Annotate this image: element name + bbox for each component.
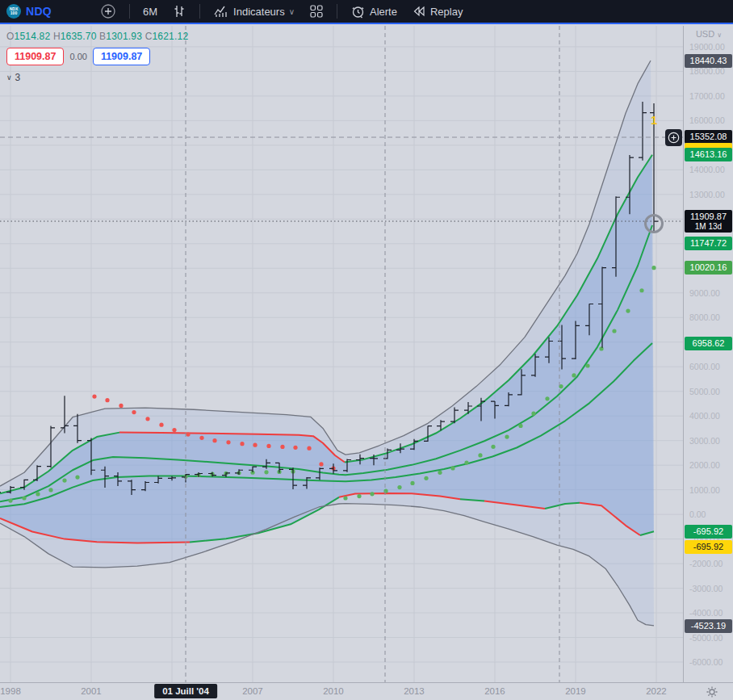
price-axis-tick: 6000.00 — [689, 362, 720, 371]
price-axis-badge: 11909.871M 13d — [685, 210, 732, 233]
price-axis-badge: 18440.43 — [685, 54, 732, 68]
ohlc-bars-icon — [172, 4, 186, 19]
indicator-dot — [92, 395, 96, 399]
open-value: 1514.82 — [15, 31, 51, 42]
indicator-dot — [531, 412, 535, 416]
indicator-dot — [264, 470, 268, 474]
trading-platform-window: NDX100 NDQ 6M Indicateurs ∨ — [0, 0, 733, 700]
price-axis-tick: 18000.00 — [689, 66, 725, 76]
indicator-dot — [105, 398, 109, 402]
indicator-dot — [48, 488, 52, 492]
indicator-dot — [545, 396, 549, 400]
price-axis-tick: 8000.00 — [689, 312, 720, 322]
indicator-dot — [357, 494, 361, 498]
interval-button[interactable]: 6M — [138, 3, 162, 20]
sell-button[interactable]: 11909.87 — [6, 48, 64, 65]
nasdaq100-logo-icon: NDX100 — [6, 4, 21, 19]
time-axis[interactable]: 01 Juill '04 199820012007201020132016201… — [0, 682, 733, 700]
indicator-dot — [293, 446, 297, 450]
price-axis-tick: 3000.00 — [689, 436, 720, 446]
price-axis-tick: 14000.00 — [689, 165, 725, 174]
indicator-dot — [585, 363, 589, 367]
price-axis-badge: -695.92 — [685, 540, 732, 554]
time-axis-label: 2022 — [646, 686, 667, 696]
band-fill — [0, 155, 654, 543]
indicators-icon — [213, 4, 229, 19]
chevron-down-icon: ∨ — [6, 73, 12, 82]
indicator-dot — [410, 481, 414, 485]
replay-button[interactable]: Replay — [407, 2, 467, 20]
position-quantity-label[interactable]: 1 — [651, 113, 657, 127]
price-axis-tick: 5000.00 — [689, 387, 720, 396]
time-axis-label: 2016 — [484, 686, 505, 696]
indicator-dot — [280, 445, 284, 449]
plus-circle-icon — [100, 3, 116, 19]
indicator-dot — [159, 423, 163, 427]
indicator-dot — [119, 404, 123, 408]
indicator-dot — [438, 471, 442, 475]
indicator-dot — [132, 410, 136, 414]
indicator-dot — [8, 498, 12, 502]
chart-plot-area[interactable] — [0, 26, 733, 682]
price-axis-badge: 10020.16 — [685, 261, 732, 275]
compare-add-button[interactable] — [95, 1, 121, 22]
price-axis-tick: 4000.00 — [689, 411, 720, 421]
rewind-icon — [412, 5, 426, 18]
indicator-dot — [226, 440, 230, 444]
indicator-dot — [397, 485, 401, 489]
price-axis-tick: 19000.00 — [689, 42, 725, 52]
indicator-dot — [199, 436, 203, 440]
low-value: 1301.93 — [106, 31, 142, 42]
indicator-dot — [518, 424, 522, 428]
indicator-dot — [240, 442, 244, 446]
gear-icon[interactable] — [706, 685, 718, 698]
add-alert-plus-button[interactable] — [665, 129, 682, 146]
price-axis-tick: -3000.00 — [689, 584, 723, 593]
layout-templates-button[interactable] — [304, 2, 329, 21]
indicator-dot — [186, 432, 190, 436]
indicator-dot — [253, 443, 257, 447]
buy-button[interactable]: 11909.87 — [93, 48, 150, 65]
price-axis-badge: -695.92 — [685, 525, 732, 539]
chevron-down-icon: ∨ — [717, 31, 722, 39]
bar-close-countdown: 1M 13d — [685, 222, 732, 231]
indicator-dot — [464, 461, 468, 465]
toolbar-separator — [337, 4, 337, 19]
indicator-dot — [266, 444, 270, 448]
price-axis-tick: 2000.00 — [689, 460, 720, 470]
price-axis-badge: 15352.08 — [685, 130, 732, 144]
ohlc-values: O1514.82 H1635.70 B1301.93 C1621.12 — [6, 31, 188, 42]
price-axis-tick: 1000.00 — [689, 485, 720, 495]
chart-type-button[interactable] — [167, 2, 191, 21]
alert-button[interactable]: Alerte — [346, 2, 402, 22]
time-axis-label: 2013 — [404, 686, 425, 696]
hidden-indicators-count: 3 — [15, 72, 21, 83]
price-axis-badge: 6958.62 — [685, 337, 732, 350]
high-value: 1635.70 — [61, 31, 97, 42]
indicator-dot — [383, 489, 387, 493]
indicator-dot — [307, 446, 311, 451]
spread-value: 0.00 — [69, 52, 86, 61]
indicator-dot — [75, 475, 79, 479]
trade-buttons-row: 11909.87 0.00 11909.87 — [6, 48, 188, 65]
plus-circle-icon — [667, 131, 681, 145]
top-toolbar: NDX100 NDQ 6M Indicateurs ∨ — [0, 0, 733, 24]
price-axis-tick: 0.00 — [689, 509, 706, 519]
price-axis[interactable]: USD ∨ 19000.0018000.0017000.0016000.0015… — [683, 26, 733, 682]
indicator-dot — [478, 453, 482, 457]
chart-legend: O1514.82 H1635.70 B1301.93 C1621.12 1190… — [6, 31, 188, 83]
price-axis-tick: -2000.00 — [689, 559, 723, 568]
close-value: 1621.12 — [153, 31, 189, 42]
indicator-dot — [424, 476, 428, 480]
indicators-button[interactable]: Indicateurs ∨ — [208, 2, 299, 21]
indicator-dot — [22, 496, 26, 500]
price-axis-badge: 14613.16 — [685, 148, 732, 161]
symbol-button[interactable]: NDQ — [26, 5, 52, 18]
currency-selector[interactable]: USD ∨ — [684, 29, 733, 39]
hidden-indicators-toggle[interactable]: ∨ 3 — [6, 72, 188, 83]
indicator-dot — [145, 417, 149, 421]
grid-layout-icon — [309, 4, 324, 19]
indicator-dot — [612, 329, 616, 333]
price-axis-tick: -5000.00 — [689, 633, 723, 643]
price-axis-tick: 17000.00 — [689, 91, 725, 101]
